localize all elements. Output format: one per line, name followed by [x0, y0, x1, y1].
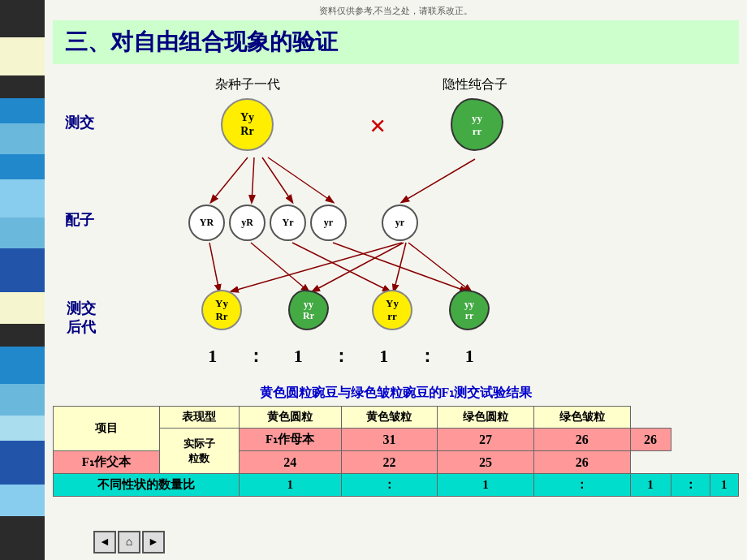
label-cejiao: 测交 [65, 113, 94, 132]
ratio-sep1: ： [341, 474, 438, 497]
label-yinxing: 隐性纯合子 [443, 76, 507, 93]
label-peizi: 配子 [65, 210, 94, 230]
left-color-strip [0, 0, 45, 560]
row-f1-mother: F₁作母本 [239, 429, 341, 451]
strip-segment [0, 324, 45, 347]
ratio-2: 1 [438, 474, 534, 497]
strip-segment [0, 416, 45, 441]
results-table: 项目 表现型 黄色圆粒 黄色皱粒 绿色圆粒 绿色皱粒 表现型 实际子粒数 F₁作… [53, 406, 739, 497]
val-f-yw: 22 [341, 451, 438, 474]
svg-line-10 [231, 243, 402, 291]
strip-segment [0, 179, 45, 217]
label-zazhong: 杂种子一代 [215, 76, 280, 93]
node-gamete-Yr: Yr [270, 205, 306, 241]
svg-line-6 [209, 243, 219, 291]
svg-line-8 [292, 243, 390, 291]
svg-line-12 [394, 243, 406, 291]
ratio-sep2: ： [533, 474, 630, 497]
node-top-yellow: Yy Rr [221, 98, 274, 151]
row-f1-father: F₁作父本 [54, 451, 160, 474]
table-ratio-row: 不同性状的数量比 1 ： 1 ： 1 ： 1 [54, 474, 739, 497]
node-offspring-1: Yy Rr [201, 290, 242, 330]
nav-prev[interactable]: ◄ [93, 531, 116, 554]
svg-line-11 [313, 243, 404, 291]
strip-segment [0, 75, 45, 98]
node-offspring-2: yy Rr [288, 290, 329, 330]
svg-line-9 [333, 243, 467, 291]
main-content: 资料仅供参考,不当之处，请联系改正。 三、对自由组合现象的验证 [45, 0, 747, 560]
svg-line-13 [408, 243, 471, 291]
nav-home[interactable]: ⌂ [118, 531, 140, 554]
node-gamete-yr-right: yr [382, 205, 418, 241]
strip-segment [0, 485, 45, 516]
svg-line-4 [268, 157, 333, 202]
cross-symbol: × [369, 109, 386, 143]
val-m-gr: 26 [533, 429, 630, 451]
col-xmu: 项目 [54, 407, 160, 451]
svg-line-1 [211, 157, 248, 202]
strip-segment [0, 516, 45, 560]
val-f-gw: 26 [533, 451, 630, 474]
node-gamete-YR: YR [188, 205, 225, 241]
strip-segment [0, 0, 45, 37]
col-yr: 黄色圆粒 [239, 407, 341, 429]
node-gamete-yR: yR [229, 205, 266, 241]
node-offspring-4: yy rr [449, 290, 490, 330]
node-top-green: yy rr [451, 98, 503, 151]
strip-segment [0, 123, 45, 155]
ratio-row: 1 ： 1 ： 1 ： 1 [179, 344, 503, 368]
ratio-4: 1 [710, 474, 738, 497]
strip-segment [0, 154, 45, 179]
strip-segment [0, 292, 45, 324]
col-bxtype: 表现型 [159, 407, 239, 429]
node-offspring-3: Yy rr [372, 290, 412, 330]
svg-line-7 [251, 243, 309, 291]
page-title: 三、对自由组合现象的验证 [53, 20, 739, 64]
table-caption: 黄色圆粒豌豆与绿色皱粒豌豆的F₁测交试验结果 [53, 385, 739, 402]
strip-segment [0, 441, 45, 485]
bottom-nav: ◄ ⌂ ► [93, 531, 165, 554]
table-header-row: 项目 表现型 黄色圆粒 黄色皱粒 绿色圆粒 绿色皱粒 [54, 407, 739, 429]
svg-line-3 [262, 157, 292, 202]
val-m-yr: 31 [341, 429, 438, 451]
strip-segment [0, 98, 45, 123]
val-m-yw: 27 [438, 429, 534, 451]
val-m-gw: 26 [630, 429, 671, 451]
svg-line-2 [252, 157, 254, 202]
ratio-1: 1 [239, 474, 341, 497]
strip-segment [0, 37, 45, 75]
diagram-area: 杂种子一代 隐性纯合子 测交 配子 测交后代 × Yy Rr yy rr YR … [53, 68, 739, 385]
data-row-father: F₁作父本 24 22 25 26 [54, 451, 739, 474]
row-label: 实际子粒数 [159, 429, 239, 474]
strip-segment [0, 218, 45, 249]
val-f-yr: 24 [239, 451, 341, 474]
val-f-gr: 25 [438, 451, 534, 474]
strip-segment [0, 248, 45, 292]
svg-line-5 [402, 159, 475, 202]
ratio-label: 不同性状的数量比 [54, 474, 240, 497]
nav-next[interactable]: ► [142, 531, 165, 554]
ratio-3: 1 [630, 474, 671, 497]
label-houdai: 测交后代 [61, 299, 101, 338]
strip-segment [0, 347, 45, 384]
col-yw: 黄色皱粒 [341, 407, 438, 429]
col-gr: 绿色圆粒 [438, 407, 534, 429]
node-gamete-yr-left: yr [310, 205, 347, 241]
watermark: 资料仅供参考,不当之处，请联系改正。 [319, 5, 473, 17]
ratio-sep3: ： [671, 474, 710, 497]
col-gw: 绿色皱粒 [533, 407, 630, 429]
strip-segment [0, 384, 45, 416]
